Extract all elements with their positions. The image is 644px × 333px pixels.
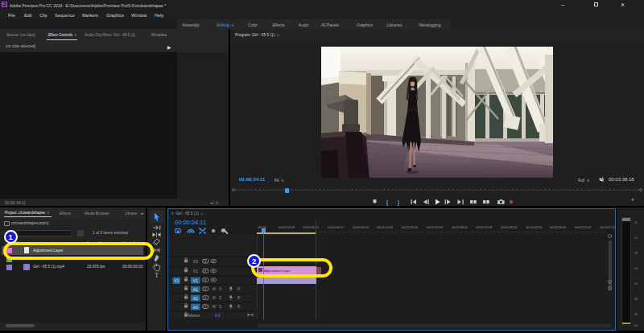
svg-text:S: S — [219, 287, 221, 291]
svg-text:0.0: 0.0 — [215, 314, 221, 318]
svg-text:M: M — [213, 305, 216, 309]
svg-text:A2: A2 — [193, 296, 198, 301]
svg-text:A1: A1 — [193, 287, 198, 292]
svg-text:S: S — [219, 305, 221, 309]
svg-text:Master: Master — [188, 314, 200, 318]
svg-text:M: M — [213, 287, 216, 291]
svg-text:M: M — [213, 296, 216, 300]
svg-text:-30: -30 — [634, 282, 638, 286]
svg-text:-36: -36 — [634, 298, 638, 301]
svg-text:- 6: - 6 — [634, 221, 637, 224]
svg-text:-54: -54 — [634, 324, 638, 327]
svg-text:-24: -24 — [634, 267, 638, 270]
svg-text:S: S — [219, 296, 221, 300]
svg-text:-12: -12 — [634, 236, 638, 240]
svg-text:T: T — [155, 271, 159, 279]
svg-text:}: } — [398, 199, 400, 206]
svg-text:{: { — [386, 199, 389, 206]
svg-text:-42: -42 — [634, 313, 638, 316]
svg-text:A3: A3 — [193, 305, 198, 310]
svg-text:V1: V1 — [174, 278, 179, 283]
svg-text:V2: V2 — [193, 269, 198, 273]
svg-text:V3: V3 — [193, 259, 198, 264]
svg-text:-18: -18 — [634, 252, 638, 255]
svg-text:V1: V1 — [193, 278, 198, 283]
